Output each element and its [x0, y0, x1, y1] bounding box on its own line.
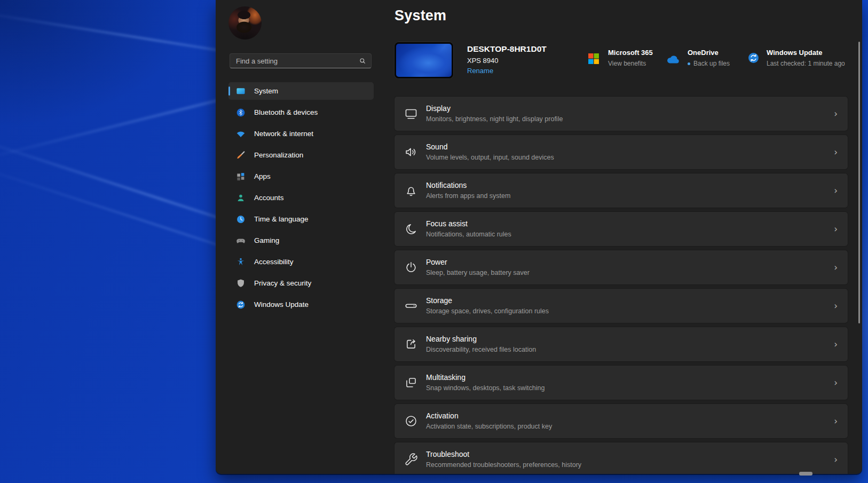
settings-card-nearby-sharing[interactable]: Nearby sharingDiscoverability, received …: [394, 327, 848, 361]
sidebar-item-bluetooth-devices[interactable]: Bluetooth & devices: [228, 104, 374, 121]
badge-title: OneDrive: [688, 49, 730, 57]
chevron-right-icon: ›: [834, 340, 838, 349]
card-text: PowerSleep, battery usage, battery saver: [426, 257, 530, 278]
sidebar-item-label: System: [254, 87, 278, 95]
settings-list: DisplayMonitors, brightness, night light…: [394, 97, 848, 474]
sidebar-item-label: Gaming: [254, 236, 279, 244]
sidebar-item-label: Accounts: [254, 194, 284, 202]
storage-icon: [404, 299, 418, 313]
sidebar-item-apps[interactable]: Apps: [228, 168, 374, 185]
settings-card-sound[interactable]: SoundVolume levels, output, input, sound…: [394, 135, 848, 169]
onedrive-badge[interactable]: OneDrive Back up files: [666, 47, 730, 67]
multitasking-icon: [404, 376, 418, 390]
card-text: MultitaskingSnap windows, desktops, task…: [426, 373, 545, 393]
settings-card-storage[interactable]: StorageStorage space, drives, configurat…: [394, 289, 848, 323]
user-avatar: [228, 6, 262, 39]
card-text: NotificationsAlerts from apps and system: [426, 180, 510, 201]
sidebar-item-label: Windows Update: [254, 300, 309, 308]
settings-card-focus-assist[interactable]: Focus assistNotifications, automatic rul…: [394, 212, 848, 246]
settings-window: SystemBluetooth & devicesNetwork & inter…: [216, 0, 862, 474]
card-subtitle: Sleep, battery usage, battery saver: [426, 268, 530, 278]
chevron-right-icon: ›: [834, 417, 838, 426]
search-input[interactable]: [230, 54, 371, 68]
bluetooth-icon: [236, 108, 246, 117]
sidebar-item-label: Accessibility: [254, 258, 294, 266]
desktop-wallpaper: SystemBluetooth & devicesNetwork & inter…: [0, 0, 868, 483]
microsoft-365-badge[interactable]: Microsoft 365 View benefits: [588, 47, 653, 67]
sidebar-item-label: Apps: [254, 172, 271, 180]
sound-icon: [404, 145, 418, 159]
chevron-right-icon: ›: [834, 455, 838, 464]
badge-subtitle: View benefits: [608, 60, 646, 67]
apps-icon: [236, 172, 246, 181]
settings-card-power[interactable]: PowerSleep, battery usage, battery saver…: [394, 250, 848, 284]
chevron-right-icon: ›: [834, 263, 838, 272]
sidebar-item-accounts[interactable]: Accounts: [228, 189, 374, 207]
settings-card-multitasking[interactable]: MultitaskingSnap windows, desktops, task…: [394, 366, 848, 400]
settings-card-activation[interactable]: ActivationActivation state, subscription…: [394, 404, 848, 438]
card-text: TroubleshootRecommended troubleshooters,…: [426, 449, 581, 470]
power-icon: [404, 260, 418, 274]
card-subtitle: Notifications, automatic rules: [426, 230, 511, 239]
chevron-right-icon: ›: [834, 148, 838, 157]
card-subtitle: Snap windows, desktops, task switching: [426, 384, 545, 393]
update-icon: [236, 300, 246, 310]
search-icon: [358, 57, 367, 65]
device-model: XPS 8940: [467, 57, 499, 65]
card-subtitle: Recommended troubleshooters, preferences…: [426, 461, 581, 470]
card-subtitle: Monitors, brightness, night light, displ…: [426, 115, 563, 124]
card-title: Multitasking: [426, 373, 545, 383]
window-resize-handle[interactable]: [799, 472, 812, 476]
card-title: Sound: [426, 142, 554, 152]
chevron-right-icon: ›: [834, 302, 838, 311]
activation-icon: [404, 414, 418, 428]
card-title: Power: [426, 257, 530, 267]
network-icon: [236, 129, 246, 139]
sidebar-item-label: Privacy & security: [254, 279, 311, 287]
card-text: ActivationActivation state, subscription…: [426, 411, 552, 431]
device-thumbnail: [394, 42, 453, 78]
sidebar-item-accessibility[interactable]: Accessibility: [228, 253, 374, 271]
badge-title: Microsoft 365: [608, 49, 653, 57]
rename-link[interactable]: Rename: [467, 67, 493, 75]
windows-update-icon: [747, 52, 760, 64]
vertical-scrollbar[interactable]: [858, 42, 860, 323]
sidebar-item-system[interactable]: System: [228, 82, 374, 100]
settings-card-troubleshoot[interactable]: TroubleshootRecommended troubleshooters,…: [394, 442, 848, 474]
card-subtitle: Activation state, subscriptions, product…: [426, 422, 552, 431]
sidebar-item-gaming[interactable]: Gaming: [228, 232, 374, 249]
card-title: Troubleshoot: [426, 449, 581, 460]
card-title: Focus assist: [426, 219, 511, 229]
windows-update-badge[interactable]: Windows Update Last checked: 1 minute ag…: [747, 47, 845, 67]
card-text: StorageStorage space, drives, configurat…: [426, 296, 549, 316]
settings-card-notifications[interactable]: NotificationsAlerts from apps and system…: [394, 173, 848, 208]
card-subtitle: Storage space, drives, configuration rul…: [426, 307, 549, 316]
chevron-right-icon: ›: [834, 225, 838, 234]
card-title: Display: [426, 104, 563, 114]
accessibility-icon: [236, 257, 246, 267]
card-subtitle: Alerts from apps and system: [426, 192, 510, 201]
onedrive-status-dot: [688, 62, 690, 65]
card-text: SoundVolume levels, output, input, sound…: [426, 142, 554, 162]
accounts-icon: [236, 193, 246, 203]
personalization-icon: [236, 151, 246, 160]
troubleshoot-icon: [404, 453, 418, 466]
sidebar-item-network-internet[interactable]: Network & internet: [228, 125, 374, 142]
settings-card-display[interactable]: DisplayMonitors, brightness, night light…: [394, 97, 848, 131]
sidebar-item-label: Network & internet: [254, 130, 313, 138]
card-subtitle: Discoverability, received files location: [426, 345, 536, 354]
card-text: DisplayMonitors, brightness, night light…: [426, 104, 563, 124]
card-title: Notifications: [426, 180, 510, 191]
search-box[interactable]: [230, 53, 372, 68]
sidebar-item-personalization[interactable]: Personalization: [228, 146, 374, 164]
focus-icon: [404, 222, 418, 236]
device-name: DESKTOP-8HR1D0T: [467, 44, 547, 54]
sidebar-item-privacy-security[interactable]: Privacy & security: [228, 274, 374, 292]
badge-subtitle: Back up files: [693, 60, 730, 67]
chevron-right-icon: ›: [834, 109, 838, 118]
onedrive-cloud-icon: [666, 54, 681, 65]
privacy-icon: [236, 279, 246, 288]
sidebar-item-label: Time & language: [254, 215, 309, 223]
sidebar-item-windows-update[interactable]: Windows Update: [228, 296, 374, 313]
sidebar-item-time-language[interactable]: Time & language: [228, 210, 374, 228]
